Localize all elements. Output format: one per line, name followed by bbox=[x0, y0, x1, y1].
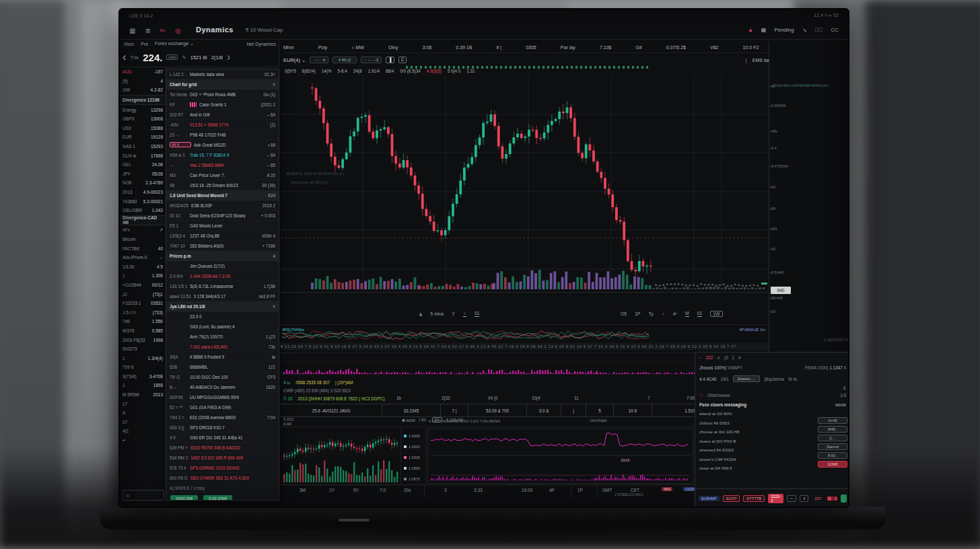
adx-token[interactable]: ✱ ADM bbox=[402, 418, 415, 423]
watchlist-row[interactable]: 9(73/4)3-4708 bbox=[120, 372, 166, 381]
header-token[interactable]: 0:37/5.2$ bbox=[666, 45, 686, 50]
menu-header-action[interactable]: X24 bbox=[268, 193, 275, 198]
watchlist-row[interactable]: U3.2b4 5 bbox=[120, 262, 166, 271]
menu-item[interactable]: 7.011 para L93) A9173s bbox=[166, 342, 279, 352]
symbol-select[interactable]: EUR(4) ⌄ bbox=[283, 57, 306, 63]
menu-item[interactable]: M3 .Can Price Lever 7.A 20 bbox=[166, 170, 279, 180]
menu-item[interactable]: 578 73 4SP3-GRRM2 2010 D(043) bbox=[166, 463, 279, 473]
dock-bar-item[interactable]: SCO? bbox=[723, 495, 740, 502]
menu-item[interactable]: 52 = **G01 (G4 F903 A G99) bbox=[166, 402, 279, 412]
menu-item[interactable]: Jim Queues 2(7/2) bbox=[166, 261, 279, 271]
menu-item[interactable]: EFCase Grants 1(2021 2 bbox=[166, 100, 279, 110]
segment-box-3[interactable]: ·· – · –3 bbox=[361, 57, 382, 63]
edit-icon[interactable]: ✎ bbox=[182, 54, 186, 61]
menu-item[interactable]: 39|4# 8888 9 Footed 9⊞ bbox=[166, 352, 279, 362]
header-token[interactable]: Poly bbox=[318, 45, 328, 50]
watchlist-row[interactable]: DUX w17698 bbox=[120, 151, 166, 160]
menu-item[interactable]: 13/5(3 41237.48 Orq.88M3br 4 bbox=[166, 231, 279, 241]
dock-control[interactable]: 222 bbox=[706, 355, 713, 360]
menu-item[interactable]: 433 3 ()SP3 DR018 K92-7 bbox=[166, 423, 279, 433]
menu-item[interactable]: L 142 2Markets data view01 3+ bbox=[166, 69, 279, 79]
watchlist-row[interactable]: nFx↗ bbox=[120, 225, 166, 235]
order-list-item[interactable]: attend at G0 80% bbox=[695, 409, 796, 418]
menu-item[interactable]: Tel VerdeD02 + *Point Rows 4MBGu (1) bbox=[166, 89, 279, 100]
range-button[interactable]: Ty bbox=[648, 312, 653, 316]
heart-icon[interactable]: ♡ bbox=[699, 393, 703, 398]
grid2-icon[interactable]: ▦ bbox=[761, 27, 767, 33]
interval-button[interactable]: Y bbox=[452, 312, 455, 316]
watchlist-row[interactable]: 27 bbox=[120, 418, 166, 427]
range-button[interactable]: 1W bbox=[710, 311, 722, 317]
watchlist-row[interactable]: +CU394400/12 bbox=[120, 281, 166, 290]
menu-section-header[interactable]: 1.6 Unit Seed Blend Moved 7X24 bbox=[166, 190, 279, 200]
header-token[interactable]: Par iay bbox=[561, 45, 575, 50]
dock-bar-item[interactable]: 4 bbox=[800, 495, 808, 502]
watchlist-search-input[interactable]: w bbox=[123, 490, 164, 501]
order-list-item[interactable]: choose at 3rd 100-H8 bbox=[695, 427, 796, 437]
menu-green-button[interactable]: 2423.338 bbox=[170, 495, 198, 501]
tab-main[interactable]: Main bbox=[124, 42, 134, 46]
dock-control[interactable]: − bbox=[699, 355, 702, 360]
menu-item[interactable]: 7047 10283 Bidders A9(0)+ 7186 bbox=[166, 241, 279, 251]
menu-header-action[interactable]: 4 bbox=[273, 254, 275, 258]
menu-item[interactable]: 133 1/5 15(3) 8.73L LimassonneL7(3B bbox=[166, 281, 279, 291]
watchlist-row[interactable]: (5)4 bbox=[120, 77, 166, 86]
header-token[interactable]: 10.0 F2 bbox=[743, 45, 759, 50]
dock-bar-item[interactable] bbox=[841, 495, 847, 503]
range-button[interactable]: O5 bbox=[621, 312, 627, 316]
menu-item[interactable]: -43V013.51 + SMM 1779(1) bbox=[166, 120, 279, 130]
dock-control[interactable]: (3 bbox=[724, 355, 728, 360]
menu-item[interactable]: 00 10Dost Serra E23/4F123 Slowly+ 0.003 bbox=[166, 211, 279, 221]
adx-token[interactable]: | 50 , bbox=[419, 418, 428, 422]
watchlist-row[interactable]: F33233 103531 bbox=[120, 299, 166, 308]
vwap-label-2[interactable]: VWAP? bbox=[728, 365, 742, 370]
menu-green-button[interactable]: 5.23 2/3/8 bbox=[203, 495, 232, 501]
vwap-label-1[interactable]: Jhooos 100%) bbox=[699, 365, 726, 370]
dock-control[interactable]: ∧ bbox=[717, 355, 720, 360]
watchlist-row[interactable]: NOK2.3-4789 bbox=[120, 178, 166, 188]
watchlist-row[interactable]: JJ(73)1 bbox=[120, 289, 166, 299]
compare-button[interactable]: C bbox=[398, 57, 407, 63]
watchlist-row[interactable]: GW4.2-82 bbox=[120, 85, 166, 95]
interval-button[interactable]: ◮ bbox=[419, 312, 422, 317]
header-token[interactable]: ⌂ MW bbox=[351, 45, 364, 50]
order-list-item[interactable]: stressed 94-52023 bbox=[695, 445, 796, 455]
trend-icon[interactable]: ↘ bbox=[802, 27, 807, 33]
order-list-item[interactable]: chillout A6 D003 bbox=[695, 418, 796, 428]
segment-box-1[interactable]: · – ·· 4 bbox=[310, 57, 328, 63]
watchlist-row[interactable]: NAS 115293 bbox=[120, 142, 166, 151]
tab-pre[interactable]: Pre bbox=[141, 42, 148, 46]
watchlist-row[interactable]: EUR19128 bbox=[120, 133, 166, 142]
order-button[interactable]: 2mmm..... bbox=[733, 375, 761, 382]
watchlist-row[interactable]: Bitcoin bbox=[120, 235, 166, 244]
time-axis-label[interactable]: 3:33 bbox=[474, 488, 483, 492]
order-list-item[interactable]: down at D4 999.9 bbox=[695, 464, 796, 473]
watchlist-row[interactable]: J-5 /==(733) bbox=[120, 307, 166, 317]
alert-icon[interactable]: ▲ bbox=[748, 27, 753, 33]
interval-button[interactable]: 5 mins bbox=[430, 312, 444, 316]
header-token[interactable]: 7:10$ bbox=[600, 45, 612, 50]
watchlist-row[interactable]: GEL24.08 bbox=[120, 160, 166, 170]
menu-item[interactable]: 203 RTAnd in Gift– 64 bbox=[166, 110, 279, 120]
watchlist-row[interactable]: GBPX13908 bbox=[120, 114, 166, 124]
dock-bar-item[interactable] bbox=[827, 497, 837, 501]
watchlist-row[interactable]: JPY05/28 bbox=[120, 170, 166, 179]
menu-section-header[interactable]: Jya L8tt nd 29.1/8× bbox=[166, 301, 279, 312]
dock-bar-item[interactable]: ▫▫ bbox=[787, 495, 796, 502]
menu-item[interactable]: 2.0 6%1.044 2008 AA 7.2:00 bbox=[166, 271, 279, 281]
menu-item[interactable]: 534 RM 21437 E3 DG 345 R 690 439 bbox=[166, 453, 279, 463]
header-token[interactable]: G# bbox=[635, 45, 641, 50]
menu-item[interactable]: X54 w 1Trak 15, 7 F 83814 9– 84 bbox=[166, 150, 279, 160]
time-axis-label[interactable]: 7:0 bbox=[380, 488, 386, 492]
watchlist-row[interactable]: 17 bbox=[120, 399, 166, 408]
watchlist-section[interactable]: Divergence-CAD 4M bbox=[120, 215, 166, 226]
menu-item[interactable]: E5 1G43 Wools Lever bbox=[166, 221, 279, 231]
menu-item[interactable]: M0324/25E3B 8L93F2015 2 bbox=[166, 200, 279, 211]
header-token[interactable]: Olny bbox=[388, 45, 398, 50]
header-token[interactable]: 3:08 bbox=[423, 45, 432, 50]
watchlist-row[interactable]: 4, bbox=[120, 408, 166, 418]
menu-item[interactable]: →Vau 2 08483 AMH– 85 bbox=[166, 160, 279, 170]
time-axis-label[interactable]: 1Y bbox=[329, 488, 335, 492]
time-axis-label[interactable]: 5Y bbox=[353, 488, 359, 492]
accounts-label[interactable]: CC bbox=[831, 27, 839, 33]
